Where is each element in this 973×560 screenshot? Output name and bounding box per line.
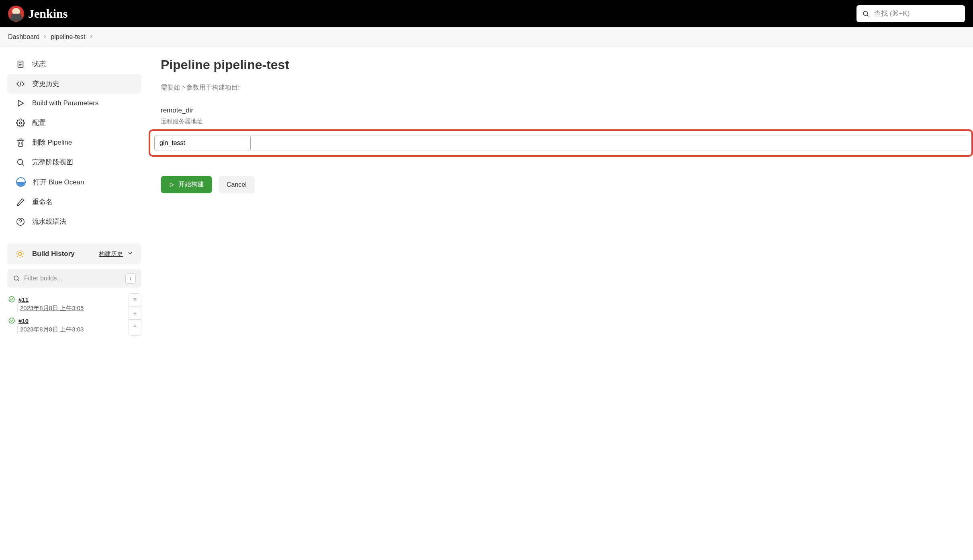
- breadcrumb: Dashboard pipeline-test: [0, 27, 973, 47]
- sidebar-item-status[interactable]: 状态: [7, 54, 141, 74]
- cancel-button-label: Cancel: [227, 181, 247, 188]
- search-icon: [13, 275, 20, 282]
- play-icon: [16, 99, 25, 108]
- build-entry: #10 2023年8月8日 上午3:03: [8, 315, 129, 336]
- svg-marker-7: [18, 100, 24, 106]
- param-name: remote_dir: [161, 106, 973, 114]
- svg-point-8: [19, 122, 22, 124]
- search-icon: [862, 10, 869, 17]
- jenkins-logo-icon: [8, 6, 24, 22]
- app-header: Jenkins: [0, 0, 973, 27]
- build-filter[interactable]: /: [7, 269, 141, 288]
- logo[interactable]: Jenkins: [8, 6, 67, 22]
- sidebar-item-delete[interactable]: 删除 Pipeline: [7, 133, 141, 152]
- play-icon: [169, 182, 174, 188]
- page-description: 需要如下参数用于构建项目:: [161, 84, 973, 92]
- build-entry: #11 2023年8月8日 上午3:05: [8, 293, 129, 315]
- highlighted-input-box: [149, 129, 973, 157]
- svg-point-13: [18, 252, 22, 255]
- pencil-icon: [16, 198, 25, 206]
- sidebar-item-label: 状态: [32, 59, 46, 69]
- svg-marker-29: [170, 183, 174, 186]
- cancel-button[interactable]: Cancel: [219, 176, 255, 193]
- sidebar-item-rename[interactable]: 重命名: [7, 192, 141, 212]
- sidebar-item-label: 打开 Blue Ocean: [33, 178, 84, 187]
- svg-line-17: [22, 256, 23, 257]
- sidebar-item-label: 完整阶段视图: [32, 157, 73, 167]
- trash-icon: [16, 138, 25, 147]
- sidebar: 状态 变更历史 Build with Parameters 配置 删除 Pipe…: [0, 47, 149, 343]
- build-number-link[interactable]: #10: [18, 317, 29, 324]
- breadcrumb-item[interactable]: pipeline-test: [51, 33, 85, 41]
- action-buttons: 开始构建 Cancel: [161, 176, 973, 193]
- sidebar-item-label: 删除 Pipeline: [32, 138, 72, 147]
- scroll-top-button[interactable]: [129, 294, 141, 307]
- sidebar-item-changes[interactable]: 变更历史: [7, 74, 141, 94]
- param-description: 远程服务器地址: [161, 118, 973, 125]
- gear-icon: [16, 119, 25, 127]
- sidebar-item-label: 重命名: [32, 197, 53, 206]
- build-filter-input[interactable]: [24, 275, 121, 282]
- svg-line-23: [18, 280, 19, 281]
- svg-point-0: [863, 11, 868, 16]
- sidebar-item-label: Build with Parameters: [32, 99, 98, 107]
- sidebar-item-label: 变更历史: [32, 79, 59, 88]
- svg-point-24: [9, 296, 14, 302]
- search-input[interactable]: [874, 10, 959, 18]
- help-icon: [16, 217, 25, 226]
- svg-line-10: [22, 164, 24, 166]
- input-extension: [250, 135, 967, 151]
- svg-line-6: [20, 81, 21, 87]
- scroll-down-button[interactable]: [129, 319, 141, 332]
- keyboard-hint: /: [125, 273, 136, 284]
- scroll-up-button[interactable]: [129, 307, 141, 319]
- sidebar-item-configure[interactable]: 配置: [7, 113, 141, 133]
- build-button[interactable]: 开始构建: [161, 176, 212, 193]
- search-icon: [16, 158, 25, 167]
- success-icon: [8, 317, 15, 324]
- sidebar-item-label: 配置: [32, 118, 46, 127]
- build-history-title: Build History: [32, 250, 99, 258]
- blue-ocean-icon: [16, 177, 26, 187]
- sidebar-item-syntax[interactable]: 流水线语法: [7, 212, 141, 231]
- chevron-down-icon[interactable]: [127, 250, 133, 258]
- parameter-block: remote_dir 远程服务器地址: [161, 106, 973, 157]
- sidebar-item-blue-ocean[interactable]: 打开 Blue Ocean: [7, 172, 141, 192]
- builds-list: #11 2023年8月8日 上午3:05 #10 2023年8月8日 上午3:0…: [4, 293, 129, 336]
- sidebar-item-label: 流水线语法: [32, 217, 66, 226]
- svg-point-9: [18, 159, 23, 164]
- brand-name: Jenkins: [28, 7, 67, 20]
- code-icon: [16, 80, 25, 88]
- chevron-right-icon: [43, 33, 47, 41]
- build-history-header: Build History 构建历史: [7, 243, 141, 264]
- breadcrumb-item[interactable]: Dashboard: [8, 33, 39, 41]
- svg-point-22: [14, 276, 18, 280]
- svg-line-16: [17, 251, 18, 251]
- sidebar-item-build-params[interactable]: Build with Parameters: [7, 94, 141, 113]
- svg-line-21: [22, 251, 23, 251]
- svg-point-25: [9, 318, 14, 323]
- svg-line-20: [17, 256, 18, 257]
- scroll-control: [129, 293, 141, 336]
- global-search[interactable]: [856, 5, 965, 22]
- sun-icon: [15, 249, 25, 259]
- build-time-link[interactable]: 2023年8月8日 上午3:05: [17, 305, 129, 312]
- build-button-label: 开始构建: [178, 180, 204, 189]
- build-history-trend-link[interactable]: 构建历史: [99, 250, 123, 258]
- success-icon: [8, 296, 15, 303]
- chevron-right-icon: [89, 33, 94, 41]
- main-content: Pipeline pipeline-test 需要如下参数用于构建项目: rem…: [149, 47, 973, 343]
- sidebar-item-stage-view[interactable]: 完整阶段视图: [7, 152, 141, 172]
- build-filter-row: /: [7, 269, 141, 288]
- svg-line-1: [867, 15, 868, 16]
- remote-dir-input[interactable]: [154, 135, 251, 151]
- build-time-link[interactable]: 2023年8月8日 上午3:03: [17, 326, 129, 333]
- page-title: Pipeline pipeline-test: [161, 57, 973, 72]
- build-number-link[interactable]: #11: [18, 296, 29, 303]
- document-icon: [16, 60, 25, 69]
